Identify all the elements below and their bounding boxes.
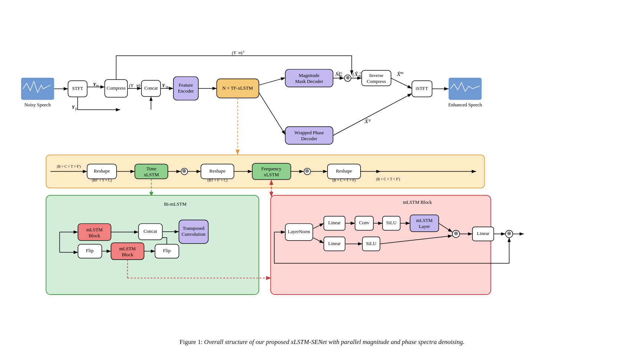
svg-text:(Y: (Y (129, 83, 134, 88)
svg-text:Linear: Linear (328, 241, 341, 246)
noisy-speech: Noisy Speech (21, 78, 54, 107)
svg-text:X̂: X̂ (364, 118, 368, 124)
svg-text:mLSTM: mLSTM (86, 227, 103, 232)
svg-text:Reshape: Reshape (336, 168, 352, 174)
svg-text:Flip: Flip (86, 248, 94, 253)
svg-text:p: p (75, 106, 77, 110)
svg-text:Inverse: Inverse (369, 73, 383, 78)
svg-text:(B × C × T × F'): (B × C × T × F') (376, 177, 400, 181)
flip-box: Flip (78, 244, 102, 258)
stft-box: STFT (68, 81, 87, 97)
svg-text:Encoder: Encoder (178, 89, 194, 94)
main-container: Noisy Speech STFT Y m Y p Compress (6, 4, 638, 353)
svg-text:Convolution: Convolution (182, 232, 206, 237)
svg-text:Layer: Layer (419, 224, 430, 229)
svg-text:Concat: Concat (144, 86, 158, 91)
svg-line-34 (259, 78, 285, 85)
svg-text:(BF' × T × C): (BF' × T × C) (92, 178, 112, 183)
reshape1-box: Reshape (87, 164, 117, 179)
svg-text:Block: Block (89, 233, 100, 238)
svg-text:m: m (339, 74, 342, 78)
wrapped-phase-decoder-box: Wrapped Phase Decoder (285, 127, 333, 144)
svg-text:LayerNorm: LayerNorm (288, 229, 310, 234)
svg-rect-126 (271, 195, 491, 295)
svg-text:iSTFT: iSTFT (416, 86, 428, 91)
svg-text:STFT: STFT (72, 86, 83, 91)
linear1-box: Linear (324, 216, 345, 231)
svg-text:(B × C × T × F'): (B × C × T × F') (57, 164, 81, 169)
svg-text:xLSTM: xLSTM (144, 172, 159, 177)
concat-box: Concat (142, 80, 160, 96)
svg-text:(B × C × T × F): (B × C × T × F) (332, 178, 355, 183)
svg-text:m: m (358, 74, 361, 78)
layernorm-box: LayerNorm (285, 223, 313, 240)
svg-rect-102 (46, 195, 259, 295)
svg-text:Enhanced Speech: Enhanced Speech (448, 102, 482, 107)
linear2-box: Linear (324, 237, 345, 251)
enhanced-speech: Enhanced Speech (448, 78, 482, 107)
mlstm-layer-box: mLSTM Layer (410, 215, 439, 232)
svg-text:Conv: Conv (359, 220, 370, 225)
svg-text:⊗: ⊗ (454, 231, 458, 236)
svg-text:): ) (241, 50, 242, 55)
svg-text:N × TF-xLSTM: N × TF-xLSTM (222, 86, 253, 91)
svg-text:Frequency: Frequency (261, 166, 282, 171)
svg-text:Wrapped Phase: Wrapped Phase (295, 130, 324, 135)
svg-text:Concat: Concat (143, 229, 157, 234)
frequency-xlstm-box: Frequency xLSTM (252, 163, 291, 179)
svg-rect-69 (449, 78, 482, 100)
figure-caption: Figure 1: Overall structure of our propo… (180, 338, 465, 346)
tf-xlstm-box: N × TF-xLSTM (217, 79, 259, 98)
reshape3-box: Reshape (328, 164, 361, 179)
svg-text:m: m (401, 71, 404, 75)
svg-line-57 (391, 78, 412, 89)
time-xlstm-box: Time xLSTM (135, 164, 168, 179)
svg-text:Compress: Compress (367, 79, 386, 84)
svg-text:Compress: Compress (107, 86, 126, 91)
svg-text:Flip: Flip (163, 248, 171, 253)
svg-text:(BT × F' × C): (BT × F' × C) (207, 178, 227, 183)
svg-text:xLSTM: xLSTM (264, 172, 279, 177)
svg-text:mLSTM: mLSTM (119, 246, 136, 251)
svg-text:⊕: ⊕ (305, 168, 309, 174)
svg-text:SiLU: SiLU (366, 241, 376, 246)
feature-encoder-box: Feature Encoder (173, 77, 198, 100)
svg-line-35 (259, 93, 285, 135)
svg-rect-5 (21, 78, 54, 100)
svg-text:Linear: Linear (328, 220, 341, 225)
svg-text:mLSTM: mLSTM (416, 218, 433, 223)
svg-line-63 (333, 94, 412, 136)
reshape2-box: Reshape (201, 164, 234, 179)
svg-text:SiLU: SiLU (386, 220, 397, 225)
svg-text:Time: Time (146, 166, 156, 171)
svg-text:X̂: X̂ (397, 71, 401, 77)
conv-box: Conv (355, 216, 373, 231)
caption-text: Overall structure of our proposed xLSTM-… (204, 338, 465, 345)
svg-text:Linear: Linear (477, 231, 489, 236)
svg-text:⊕: ⊕ (182, 168, 186, 174)
svg-text:⊗: ⊗ (346, 75, 350, 80)
svg-text:mLSTM Block: mLSTM Block (403, 200, 432, 205)
svg-text:Reshape: Reshape (209, 168, 226, 174)
svg-text:Bi-mLSTM: Bi-mLSTM (164, 202, 186, 207)
svg-text:Noisy Speech: Noisy Speech (25, 102, 51, 107)
svg-text:in: in (166, 85, 169, 89)
svg-text:(X̂: (X̂ (352, 71, 358, 77)
svg-text:Decoder: Decoder (301, 136, 318, 141)
svg-text:): ) (139, 83, 140, 88)
diagram-area: Noisy Speech STFT Y m Y p Compress (14, 11, 630, 335)
concat2-box: Concat (139, 223, 162, 239)
svg-text:c: c (243, 49, 245, 53)
svg-text:p: p (369, 118, 371, 122)
silu1-box: SiLU (383, 216, 400, 231)
svg-text:Transposed: Transposed (183, 226, 205, 231)
mlstm-block2: mLSTM Block (111, 243, 144, 260)
mlstm-block1: mLSTM Block (78, 223, 111, 240)
inverse-compress-box: Inverse Compress (362, 70, 391, 86)
caption-label: Figure 1: (180, 338, 204, 345)
svg-text:m: m (96, 84, 99, 88)
compress-box: Compress (105, 80, 127, 97)
svg-text:Block: Block (122, 252, 133, 257)
magnitude-mask-decoder-box: Magnitude Mask Decoder (285, 69, 333, 87)
svg-text:⊕: ⊕ (507, 231, 511, 236)
